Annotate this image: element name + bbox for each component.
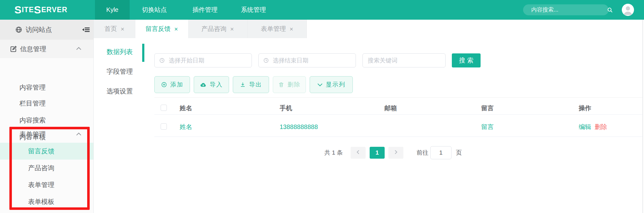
- sidebar-item-visit-site[interactable]: 访问站点: [0, 20, 93, 40]
- chevron-up-icon: [76, 132, 82, 138]
- tab-home[interactable]: 首页 ×: [94, 20, 135, 38]
- sidebar-item-form-management[interactable]: 表单管理: [0, 176, 93, 193]
- close-icon[interactable]: ×: [121, 26, 124, 32]
- pagination-goto-label: 前往: [417, 147, 428, 159]
- page-number: 1: [376, 149, 379, 156]
- open-tabs-bar: 首页 × 留言反馈 × 产品咨询 × 表单管理 ×: [94, 20, 644, 38]
- pagination-page-unit: 页: [456, 147, 462, 159]
- tab-form-management[interactable]: 表单管理 ×: [247, 20, 307, 38]
- top-bar: SITESERVER Kyle 切换站点 插件管理 系统管理: [0, 0, 644, 20]
- row-edit-link[interactable]: 编辑: [579, 120, 591, 133]
- column-header-phone: 手机: [280, 102, 292, 115]
- pagination-prev-button[interactable]: [351, 147, 366, 159]
- sidebar-item-column-management[interactable]: 栏目管理: [0, 95, 93, 112]
- start-date-field: [154, 53, 252, 67]
- column-header-actions: 操作: [579, 102, 591, 115]
- table-row-border: [154, 136, 643, 137]
- select-all-checkbox[interactable]: [161, 105, 167, 111]
- row-checkbox[interactable]: [161, 123, 167, 130]
- keyword-input[interactable]: [363, 54, 448, 67]
- sidebar-item-label: 栏目管理: [0, 95, 93, 112]
- clock-icon: [263, 57, 269, 63]
- logo-text: S: [14, 4, 22, 16]
- show-columns-button[interactable]: 显示列: [310, 76, 353, 93]
- button-label: 添加: [170, 81, 183, 89]
- chevron-up-icon: [76, 47, 82, 52]
- keyword-field: [362, 53, 446, 67]
- secnav-item-data-list[interactable]: 数据列表: [94, 44, 144, 60]
- row-message-link[interactable]: 留言: [481, 120, 494, 133]
- button-label: 删除: [287, 81, 301, 89]
- import-button[interactable]: 导入: [194, 76, 229, 93]
- button-label: 显示列: [326, 81, 346, 89]
- search-icon[interactable]: [607, 7, 613, 13]
- content-search-box: [523, 4, 609, 15]
- tab-label: 首页: [104, 25, 117, 33]
- pagination-goto-input[interactable]: [430, 146, 452, 159]
- logo-text: S: [34, 4, 41, 16]
- end-date-field: [258, 53, 356, 67]
- globe-icon: [15, 26, 22, 33]
- chevron-left-icon: [356, 150, 360, 156]
- sidebar-item-message-feedback[interactable]: 留言反馈: [0, 143, 93, 160]
- tab-message-feedback[interactable]: 留言反馈 ×: [135, 20, 188, 38]
- topnav-label: Kyle: [106, 6, 118, 13]
- chevron-down-icon: [317, 82, 323, 87]
- topnav-plugin-management[interactable]: 插件管理: [186, 0, 224, 20]
- button-label: 导入: [210, 81, 223, 89]
- row-phone-link[interactable]: 13888888888: [280, 120, 318, 133]
- plus-circle-icon: [161, 82, 167, 88]
- row-delete-link[interactable]: 删除: [595, 120, 607, 133]
- logo-text: ERVER: [41, 6, 67, 14]
- sidebar-item-label: 产品咨询: [0, 160, 93, 176]
- search-button-label: 搜索: [459, 56, 475, 65]
- tab-product-inquiry[interactable]: 产品咨询 ×: [188, 20, 247, 38]
- topnav-switch-site[interactable]: 切换站点: [135, 0, 173, 20]
- secnav-item-option-settings[interactable]: 选项设置: [94, 83, 144, 99]
- sidebar-item-label: 留言反馈: [0, 143, 93, 160]
- clock-icon: [159, 57, 165, 63]
- cloud-upload-icon: [200, 82, 207, 88]
- sidebar-section-form-management[interactable]: 表单管理: [0, 126, 93, 143]
- collapse-menu-icon[interactable]: [82, 27, 90, 33]
- sidebar-item-label: 表单管理: [0, 176, 93, 193]
- section-divider: [154, 97, 643, 98]
- user-avatar[interactable]: [622, 4, 634, 16]
- sidebar-item-product-inquiry[interactable]: 产品咨询: [0, 160, 93, 176]
- column-header-message: 留言: [481, 102, 494, 115]
- table-header-border: [154, 114, 643, 115]
- tab-label: 产品咨询: [202, 25, 227, 33]
- button-label: 导出: [249, 81, 262, 89]
- sidebar-item-form-template[interactable]: 表单模板: [0, 193, 93, 210]
- content-search-input[interactable]: [523, 4, 607, 15]
- sidebar-item-content-management[interactable]: 内容管理: [0, 79, 93, 96]
- topnav-user-kyle[interactable]: Kyle: [95, 0, 130, 20]
- sidebar-item-label: 内容管理: [0, 79, 93, 96]
- search-button[interactable]: 搜索: [452, 53, 481, 67]
- secnav-item-label: 选项设置: [107, 87, 133, 95]
- logo-text: ITE: [22, 6, 34, 14]
- close-icon[interactable]: ×: [230, 26, 234, 32]
- row-name-link[interactable]: 姓名: [180, 120, 192, 133]
- add-button[interactable]: 添加: [154, 76, 190, 93]
- delete-button[interactable]: 删除: [273, 76, 306, 93]
- secnav-item-field-management[interactable]: 字段管理: [94, 64, 144, 79]
- sidebar-section-info-management[interactable]: 信息管理: [0, 40, 93, 58]
- topnav-label: 切换站点: [142, 6, 167, 14]
- start-date-input[interactable]: [165, 54, 252, 67]
- pagination-next-button[interactable]: [388, 147, 403, 159]
- sidebar-item-label: 表单模板: [0, 193, 93, 210]
- close-icon[interactable]: ×: [174, 26, 178, 32]
- sidebar-section-label: 表单管理: [19, 126, 46, 143]
- edit-icon: [9, 45, 17, 53]
- topnav-system-management[interactable]: 系统管理: [234, 0, 272, 20]
- end-date-input[interactable]: [269, 54, 356, 67]
- download-icon: [240, 82, 246, 88]
- siteserver-logo: SITESERVER: [14, 0, 67, 20]
- export-button[interactable]: 导出: [233, 76, 269, 93]
- topnav-label: 系统管理: [241, 6, 266, 14]
- close-icon[interactable]: ×: [290, 26, 293, 32]
- pagination-page-1[interactable]: 1: [370, 147, 385, 159]
- secnav-item-label: 数据列表: [107, 48, 133, 55]
- tab-label: 表单管理: [261, 25, 286, 33]
